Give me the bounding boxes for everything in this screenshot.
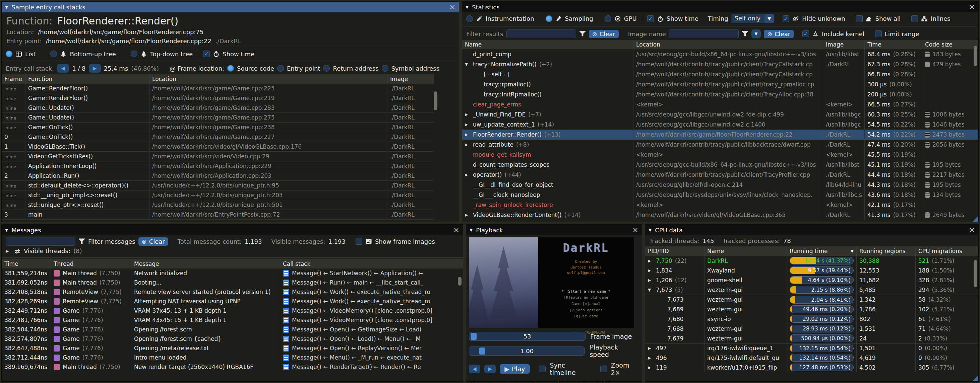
- cpu-row[interactable]: ▼ 7,673 (5) wezterm-gui 2.15 s (8.86%): [645, 285, 978, 294]
- hide-unknown-label[interactable]: Hide unknown: [802, 15, 845, 22]
- chevron-down-icon[interactable]: ▼: [765, 14, 774, 23]
- callstack-cell[interactable]: Message() ← VideoMemory() [clone .constp…: [280, 315, 463, 325]
- top-down-tree-radio[interactable]: [131, 51, 137, 57]
- expand-arrow-icon[interactable]: ▼: [648, 288, 653, 292]
- message-row[interactable]: 382,712,444ns Game (7,776) Intro menu lo…: [2, 353, 463, 362]
- statistics-row[interactable]: d_count_templates_scopes /usr/src/debug/…: [462, 160, 978, 170]
- panel-titlebar[interactable]: ▼ Sample entry call stacks ×: [2, 2, 459, 13]
- frame-image-preview[interactable]: DarkRL Created by Bartosz Taudul wolf.pl…: [469, 237, 634, 328]
- next-stack-button[interactable]: ▶: [89, 64, 101, 73]
- sync-timeline-checkbox[interactable]: [539, 366, 546, 372]
- callstack-list-icon[interactable]: [283, 326, 289, 333]
- statistics-row[interactable]: ▶ _Unwind_Find_FDE (+7) /usr/src/debug/g…: [462, 109, 978, 120]
- statistics-row[interactable]: ▶ VideoGLBase::RenderContent() (+14) /ho…: [462, 210, 978, 220]
- prev-frame-button[interactable]: ◀: [469, 365, 480, 373]
- callstack-list-icon[interactable]: [283, 364, 289, 370]
- source-code-label[interactable]: Source code: [237, 65, 274, 72]
- collapse-arrow-icon[interactable]: ▼: [469, 228, 473, 232]
- statistics-row[interactable]: d_print_comp /usr/src/debug/gcc-build/x8…: [462, 49, 978, 59]
- location-value[interactable]: /home/wolf/darkrl/src/game/floor/FloorRe…: [38, 28, 204, 35]
- close-icon[interactable]: ×: [969, 3, 975, 11]
- sampling-radio[interactable]: [546, 16, 552, 22]
- expand-arrow-icon[interactable]: ▶: [465, 142, 470, 147]
- statistics-row[interactable]: tracy::InitRpmalloc() /home/wolf/darkrl/…: [462, 89, 978, 100]
- statistics-row[interactable]: _raw_spin_unlock_irqrestore <kernel> <ke…: [462, 200, 978, 210]
- message-row[interactable]: 382,408,518ns RemoteView (7,775) Remote …: [2, 287, 463, 297]
- zoom-2x-checkbox[interactable]: [600, 366, 607, 372]
- message-row[interactable]: 382,449,712ns Game (7,776) VRAM 37x45: 1…: [2, 306, 463, 315]
- clear-image-name-button[interactable]: ⊗ Clear: [764, 30, 794, 38]
- symbol-address-label[interactable]: Symbol address: [391, 65, 440, 72]
- expand-arrow-icon[interactable]: ▶: [465, 132, 470, 137]
- statistics-row[interactable]: [ - self - ] /home/wolf/darkrl/contrib/t…: [462, 69, 978, 79]
- callstack-cell[interactable]: Message() ← Run() ← main ← __libc_start_…: [280, 278, 463, 287]
- callstack-cell[interactable]: Message() ← Open() ← GetImageSize ← Load…: [280, 325, 463, 334]
- resize-grip[interactable]: [973, 216, 978, 222]
- call-stack-row[interactable]: 2 Application::Run() /home/wolf/darkrl/s…: [2, 171, 434, 181]
- gpu-label[interactable]: GPU: [624, 15, 637, 22]
- statistics-row[interactable]: clear_page_erms <kernel> <kernel> 66.5 m…: [462, 100, 978, 109]
- callstack-cell[interactable]: Message() ← Menu() ← _M_run ← execute_na…: [280, 353, 463, 362]
- hide-unknown-checkbox[interactable]: ✓: [783, 16, 789, 22]
- source-code-radio[interactable]: [227, 65, 234, 72]
- call-stack-row[interactable]: inline Game::RenderFloor() /home/wolf/da…: [2, 93, 434, 103]
- include-kernel-label[interactable]: Include kernel: [822, 30, 864, 38]
- callstack-cell[interactable]: Message() ← VideoMemory() [clone .constp…: [280, 306, 463, 315]
- callstack-list-icon[interactable]: [283, 345, 289, 351]
- statistics-row[interactable]: ▶ uw_update_context_1 (+14) /usr/src/deb…: [462, 120, 978, 130]
- entry-point-value[interactable]: /home/wolf/darkrl/src/game/floor/FloorRe…: [46, 38, 212, 44]
- call-stack-row[interactable]: 3 main /home/wolf/darkrl/src/EntryPointP…: [2, 210, 434, 220]
- statistics-row[interactable]: ▶ read_attribute (+8) /home/wolf/darkrl/…: [462, 139, 978, 150]
- call-stack-row[interactable]: 0 Game::OnTick() /home/wolf/darkrl/src/g…: [2, 132, 434, 142]
- message-row[interactable]: 381,559,214ns Main thread (7,750) Networ…: [2, 269, 463, 278]
- include-kernel-checkbox[interactable]: ✓: [802, 30, 809, 37]
- statistics-row[interactable]: module_get_kallsym <kernel> <kernel> 45.…: [462, 150, 978, 160]
- expand-arrow-icon[interactable]: ▶: [648, 346, 653, 351]
- show-frame-images-label[interactable]: Show frame images: [375, 238, 435, 245]
- cpu-row[interactable]: ▶ 1,834 Xwayland 9.57 s (39.44%): [645, 266, 978, 275]
- cpu-row[interactable]: ▶ 496 irq/175-iwlwifi:default_qu 132.14 …: [645, 353, 978, 362]
- callstack-list-icon[interactable]: [283, 298, 289, 305]
- frame-image-slider[interactable]: 53: [469, 332, 585, 341]
- call-stack-row[interactable]: inline Game::Update() /home/wolf/darkrl/…: [2, 113, 434, 122]
- close-icon[interactable]: ×: [449, 3, 455, 11]
- call-stack-row[interactable]: inline std::__uniq_ptr_impl<>::reset() /…: [2, 190, 434, 200]
- filter-results-input[interactable]: [506, 30, 576, 38]
- resize-grip[interactable]: [973, 376, 978, 381]
- callstack-cell[interactable]: Message() ← Open() ← ReplayVersion() ← M…: [280, 343, 463, 353]
- expand-arrow-icon[interactable]: ▼: [465, 62, 470, 66]
- call-stack-row[interactable]: inline Game::Update() /home/wolf/darkrl/…: [2, 103, 434, 113]
- entry-point-radio[interactable]: [277, 65, 284, 72]
- return-address-radio[interactable]: [323, 65, 330, 72]
- callstack-cell[interactable]: Message() ← RenderTarget() ← Render() ← …: [280, 362, 463, 372]
- statistics-row[interactable]: ▼ tracy::NormalizePath() (+2) /home/wolf…: [462, 59, 978, 69]
- callstack-list-icon[interactable]: [283, 270, 289, 277]
- expand-arrow-icon[interactable]: ▶: [648, 356, 653, 360]
- vertical-scrollbar[interactable]: [974, 46, 977, 66]
- callstack-list-icon[interactable]: [283, 336, 289, 342]
- funnel-icon[interactable]: [742, 30, 748, 37]
- show-time-checkbox[interactable]: ✓: [203, 51, 210, 57]
- visible-threads-row[interactable]: ▶ ⇄ Visible threads: (8): [2, 247, 463, 256]
- vertical-scrollbar[interactable]: [974, 260, 977, 287]
- vertical-scrollbar[interactable]: [434, 92, 438, 110]
- expand-arrow-icon[interactable]: ▶: [465, 122, 470, 127]
- timing-select[interactable]: Self only ▼: [731, 14, 774, 23]
- show-time-checkbox[interactable]: ✓: [647, 16, 654, 22]
- callstack-list-icon[interactable]: [283, 280, 289, 286]
- show-time-label[interactable]: Show time: [223, 51, 255, 58]
- callstack-cell[interactable]: Message() ← Open() ← Load() ← Menu() ← _…: [280, 334, 463, 343]
- cpu-row[interactable]: ▶ 7,750 (22) DarkRL 10.04 s (41.37%): [645, 256, 978, 266]
- collapse-arrow-icon[interactable]: ▼: [649, 228, 652, 232]
- cpu-row[interactable]: 7,688 wezterm-gui 28.93 ms (0.12%): [645, 324, 978, 334]
- instrumentation-radio[interactable]: [466, 16, 473, 22]
- list-radio[interactable]: [6, 51, 13, 57]
- message-row[interactable]: 382,481,766ns Game (7,776) VRAM 43x45: 1…: [2, 315, 463, 325]
- callstack-cell[interactable]: Message() ← StartNetwork() ← Application…: [280, 269, 463, 278]
- sync-timeline-label[interactable]: Sync timeline: [550, 362, 591, 376]
- gpu-radio[interactable]: [605, 16, 611, 22]
- bottom-up-tree-radio[interactable]: [50, 51, 57, 57]
- expand-arrow-icon[interactable]: ▶: [465, 213, 470, 217]
- close-icon[interactable]: ×: [969, 226, 975, 234]
- image-name-dropdown-button[interactable]: ▼: [751, 30, 761, 38]
